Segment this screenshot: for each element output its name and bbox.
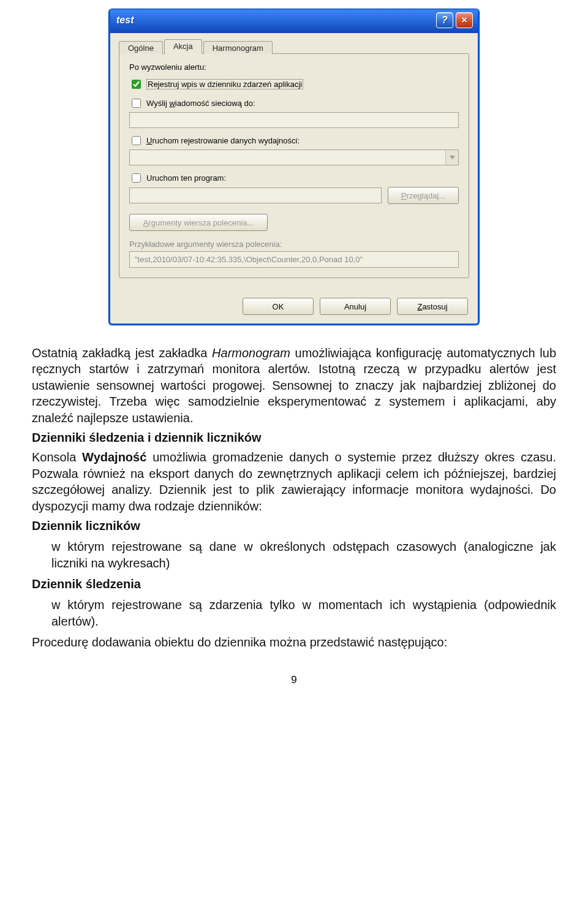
cancel-button[interactable]: Anuluj (320, 298, 391, 315)
tab-action[interactable]: Akcja (164, 39, 202, 54)
document-body: Ostatnią zakładką jest zakładka Harmonog… (31, 343, 557, 657)
list-item-sledzenia-desc: w którym rejestrowane są zdarzenia tylko… (51, 597, 556, 629)
window-title: test (116, 15, 134, 26)
text: Ostatnią zakładką jest zakładka (32, 346, 212, 360)
tab-general[interactable]: Ogólne (119, 41, 163, 54)
titlebar[interactable]: test ? × (110, 9, 478, 33)
command-args-label: Argumenty wiersza polecenia... (143, 218, 254, 227)
input-netmsg[interactable] (129, 112, 459, 128)
help-icon: ? (442, 15, 448, 26)
row-log-entry: Rejestruj wpis w dzienniku zdarzeń aplik… (129, 78, 459, 91)
row-perflog: Uruchom rejestrowanie danych wydajności: (129, 134, 459, 147)
example-label: Przykładowe argumenty wiersza polecenia: (129, 240, 459, 249)
list-item-licznikow-desc: w którym rejestrowane są dane w określon… (51, 539, 556, 571)
row-program: Uruchom ten program: (129, 172, 459, 184)
dialog-footer: OK Anuluj Zastosuj (110, 287, 478, 324)
checkbox-program[interactable] (132, 173, 141, 183)
section-heading: Po wyzwoleniu alertu: (129, 62, 459, 72)
cancel-label: Anuluj (344, 302, 366, 311)
checkbox-netmsg[interactable] (132, 99, 141, 108)
checkbox-perflog[interactable] (132, 136, 141, 145)
chevron-down-icon (445, 150, 458, 165)
combo-perflog[interactable] (129, 150, 459, 165)
command-args-button[interactable]: Argumenty wiersza polecenia... (129, 214, 268, 231)
paragraph-1: Ostatnią zakładką jest zakładka Harmonog… (32, 345, 556, 426)
checkbox-log-entry[interactable] (132, 80, 141, 89)
label-log-entry: Rejestruj wpis w dzienniku zdarzeń aplik… (146, 79, 303, 89)
browse-button[interactable]: Przeglądaj... (388, 187, 459, 204)
label-perflog: Uruchom rejestrowanie danych wydajności: (146, 136, 300, 145)
list-item-sledzenia: Dziennik śledzenia (32, 576, 556, 592)
label-program: Uruchom ten program: (146, 173, 226, 183)
apply-label: Zastosuj (417, 302, 447, 311)
page-number: 9 (31, 674, 557, 686)
input-program[interactable] (129, 187, 382, 203)
apply-button[interactable]: Zastosuj (397, 298, 468, 315)
text: Konsola (32, 450, 82, 464)
example-value: "test,2010/03/07-10:42:35.335,\Object\Co… (129, 251, 459, 268)
browse-label: Przeglądaj... (401, 191, 445, 200)
paragraph-2: Konsola Wydajność umożliwia gromadzenie … (32, 449, 556, 514)
row-netmsg: Wyślij wiadomość sieciową do: (129, 97, 459, 110)
paragraph-3: Procedurę dodawania obiektu do dziennika… (32, 634, 556, 650)
ok-button[interactable]: OK (243, 298, 314, 315)
heading-dzienniki: Dzienniki śledzenia i dziennik liczników (32, 430, 556, 445)
ok-label: OK (273, 302, 284, 311)
dialog-window: test ? × Ogólne Akcja Harmonogram Po wyz… (108, 9, 480, 325)
tabs-row: Ogólne Akcja Harmonogram (119, 39, 469, 54)
close-button[interactable]: × (456, 12, 473, 28)
close-icon: × (461, 15, 467, 26)
text-italic: Harmonogram (212, 346, 290, 360)
list-item-licznikow: Dziennik liczników (32, 518, 556, 534)
text-bold: Wydajność (82, 450, 146, 464)
tab-schedule[interactable]: Harmonogram (203, 41, 273, 54)
help-button[interactable]: ? (436, 12, 453, 28)
label-netmsg: Wyślij wiadomość sieciową do: (146, 99, 255, 108)
tab-panel-action: Po wyzwoleniu alertu: Rejestruj wpis w d… (119, 53, 469, 278)
